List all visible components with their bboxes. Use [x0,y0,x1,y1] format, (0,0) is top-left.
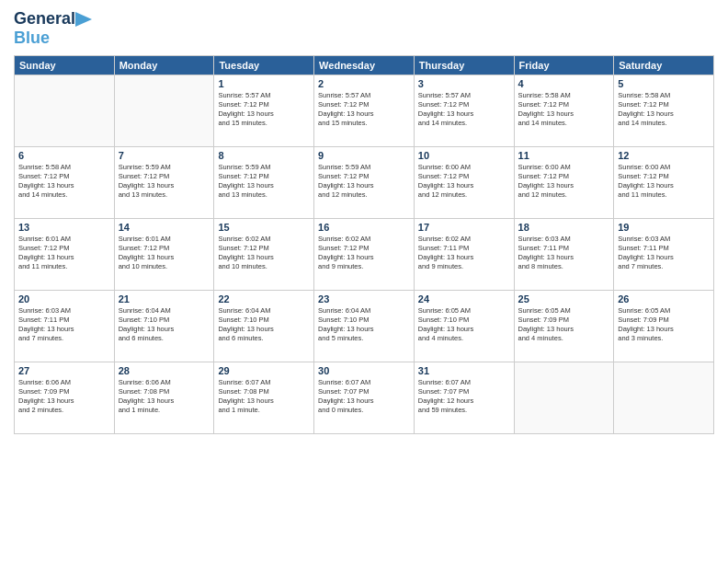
calendar-cell: 7Sunrise: 5:59 AM Sunset: 7:12 PM Daylig… [114,147,214,219]
calendar-week-row: 27Sunrise: 6:06 AM Sunset: 7:09 PM Dayli… [15,362,714,434]
calendar-cell: 3Sunrise: 5:57 AM Sunset: 7:12 PM Daylig… [414,75,514,147]
page: General Blue SundayMondayTuesdayWednesda… [0,0,728,563]
day-number: 21 [119,293,210,304]
calendar-cell: 20Sunrise: 6:03 AM Sunset: 7:11 PM Dayli… [15,291,115,362]
calendar-cell: 27Sunrise: 6:06 AM Sunset: 7:09 PM Dayli… [15,362,115,434]
day-info: Sunrise: 5:59 AM Sunset: 7:12 PM Dayligh… [318,163,410,201]
calendar-cell: 19Sunrise: 6:03 AM Sunset: 7:11 PM Dayli… [614,219,714,291]
calendar-table: SundayMondayTuesdayWednesdayThursdayFrid… [14,55,714,434]
calendar-cell: 6Sunrise: 5:58 AM Sunset: 7:12 PM Daylig… [15,147,115,219]
day-number: 20 [18,293,110,304]
day-number: 6 [18,150,110,161]
calendar-cell: 2Sunrise: 5:57 AM Sunset: 7:12 PM Daylig… [314,75,415,147]
day-number: 16 [318,222,410,233]
logo: General Blue [14,9,94,48]
calendar-cell: 26Sunrise: 6:05 AM Sunset: 7:09 PM Dayli… [614,291,714,362]
day-info: Sunrise: 6:03 AM Sunset: 7:11 PM Dayligh… [618,235,710,272]
calendar-cell: 22Sunrise: 6:04 AM Sunset: 7:10 PM Dayli… [214,291,314,362]
calendar-week-row: 1Sunrise: 5:57 AM Sunset: 7:12 PM Daylig… [15,75,714,147]
day-number: 26 [618,293,710,304]
calendar-cell [614,362,714,434]
calendar-cell: 23Sunrise: 6:04 AM Sunset: 7:10 PM Dayli… [314,291,415,362]
svg-marker-0 [75,12,92,27]
day-info: Sunrise: 5:58 AM Sunset: 7:12 PM Dayligh… [18,163,110,201]
day-info: Sunrise: 6:03 AM Sunset: 7:11 PM Dayligh… [518,235,610,272]
day-number: 17 [418,222,510,233]
calendar-cell: 21Sunrise: 6:04 AM Sunset: 7:10 PM Dayli… [114,291,214,362]
day-info: Sunrise: 6:02 AM Sunset: 7:11 PM Dayligh… [418,235,510,272]
day-number: 30 [318,365,410,376]
calendar-cell: 10Sunrise: 6:00 AM Sunset: 7:12 PM Dayli… [414,147,514,219]
day-info: Sunrise: 6:03 AM Sunset: 7:11 PM Dayligh… [18,306,110,344]
day-info: Sunrise: 5:57 AM Sunset: 7:12 PM Dayligh… [418,91,510,129]
calendar-cell [514,362,614,434]
day-info: Sunrise: 5:57 AM Sunset: 7:12 PM Dayligh… [318,91,410,129]
day-number: 18 [518,222,610,233]
day-number: 2 [318,78,410,89]
day-number: 15 [218,222,310,233]
calendar-header: SundayMondayTuesdayWednesdayThursdayFrid… [15,56,714,75]
day-info: Sunrise: 6:01 AM Sunset: 7:12 PM Dayligh… [119,235,210,272]
day-info: Sunrise: 5:59 AM Sunset: 7:12 PM Dayligh… [218,163,310,201]
weekday-header: Thursday [414,56,514,75]
day-info: Sunrise: 6:00 AM Sunset: 7:12 PM Dayligh… [418,163,510,201]
calendar-cell: 5Sunrise: 5:58 AM Sunset: 7:12 PM Daylig… [614,75,714,147]
calendar-cell: 29Sunrise: 6:07 AM Sunset: 7:08 PM Dayli… [214,362,314,434]
day-number: 9 [318,150,410,161]
day-info: Sunrise: 6:00 AM Sunset: 7:12 PM Dayligh… [618,163,710,201]
calendar-cell: 4Sunrise: 5:58 AM Sunset: 7:12 PM Daylig… [514,75,614,147]
day-info: Sunrise: 6:07 AM Sunset: 7:07 PM Dayligh… [418,378,510,416]
day-number: 4 [518,78,610,89]
day-info: Sunrise: 6:05 AM Sunset: 7:09 PM Dayligh… [518,306,610,344]
calendar-cell: 16Sunrise: 6:02 AM Sunset: 7:12 PM Dayli… [314,219,415,291]
day-number: 31 [418,365,510,376]
logo-blue-line: Blue [14,29,50,48]
header: General Blue [14,9,714,48]
calendar-cell [114,75,214,147]
calendar-cell: 11Sunrise: 6:00 AM Sunset: 7:12 PM Dayli… [514,147,614,219]
day-number: 13 [18,222,110,233]
calendar-cell: 1Sunrise: 5:57 AM Sunset: 7:12 PM Daylig… [214,75,314,147]
day-info: Sunrise: 6:05 AM Sunset: 7:10 PM Dayligh… [418,306,510,344]
day-info: Sunrise: 6:04 AM Sunset: 7:10 PM Dayligh… [318,306,410,344]
calendar-week-row: 20Sunrise: 6:03 AM Sunset: 7:11 PM Dayli… [15,291,714,362]
day-info: Sunrise: 6:06 AM Sunset: 7:08 PM Dayligh… [119,378,210,416]
day-info: Sunrise: 6:07 AM Sunset: 7:08 PM Dayligh… [218,378,310,416]
day-info: Sunrise: 6:00 AM Sunset: 7:12 PM Dayligh… [518,163,610,201]
calendar-cell: 13Sunrise: 6:01 AM Sunset: 7:12 PM Dayli… [15,219,115,291]
calendar-cell: 30Sunrise: 6:07 AM Sunset: 7:07 PM Dayli… [314,362,415,434]
calendar-cell: 28Sunrise: 6:06 AM Sunset: 7:08 PM Dayli… [114,362,214,434]
day-number: 24 [418,293,510,304]
day-info: Sunrise: 5:59 AM Sunset: 7:12 PM Dayligh… [119,163,210,201]
day-number: 5 [618,78,710,89]
day-info: Sunrise: 6:07 AM Sunset: 7:07 PM Dayligh… [318,378,410,416]
calendar-cell: 31Sunrise: 6:07 AM Sunset: 7:07 PM Dayli… [414,362,514,434]
day-number: 23 [318,293,410,304]
weekday-header: Wednesday [314,56,415,75]
day-number: 29 [218,365,310,376]
weekday-header: Friday [514,56,614,75]
calendar-week-row: 6Sunrise: 5:58 AM Sunset: 7:12 PM Daylig… [15,147,714,219]
calendar-cell: 15Sunrise: 6:02 AM Sunset: 7:12 PM Dayli… [214,219,314,291]
day-number: 22 [218,293,310,304]
day-info: Sunrise: 6:04 AM Sunset: 7:10 PM Dayligh… [218,306,310,344]
day-number: 19 [618,222,710,233]
logo-container: General [14,9,94,29]
day-info: Sunrise: 6:05 AM Sunset: 7:09 PM Dayligh… [618,306,710,344]
calendar-cell: 12Sunrise: 6:00 AM Sunset: 7:12 PM Dayli… [614,147,714,219]
calendar-cell: 14Sunrise: 6:01 AM Sunset: 7:12 PM Dayli… [114,219,214,291]
calendar-week-row: 13Sunrise: 6:01 AM Sunset: 7:12 PM Dayli… [15,219,714,291]
calendar-cell: 9Sunrise: 5:59 AM Sunset: 7:12 PM Daylig… [314,147,415,219]
day-info: Sunrise: 6:01 AM Sunset: 7:12 PM Dayligh… [18,235,110,272]
calendar-cell [15,75,115,147]
day-info: Sunrise: 6:02 AM Sunset: 7:12 PM Dayligh… [218,235,310,272]
day-number: 12 [618,150,710,161]
calendar-cell: 8Sunrise: 5:59 AM Sunset: 7:12 PM Daylig… [214,147,314,219]
day-number: 7 [119,150,210,161]
weekday-row: SundayMondayTuesdayWednesdayThursdayFrid… [15,56,714,75]
day-number: 14 [119,222,210,233]
day-info: Sunrise: 5:58 AM Sunset: 7:12 PM Dayligh… [518,91,610,129]
weekday-header: Sunday [15,56,115,75]
day-info: Sunrise: 5:58 AM Sunset: 7:12 PM Dayligh… [618,91,710,129]
calendar-body: 1Sunrise: 5:57 AM Sunset: 7:12 PM Daylig… [15,75,714,434]
